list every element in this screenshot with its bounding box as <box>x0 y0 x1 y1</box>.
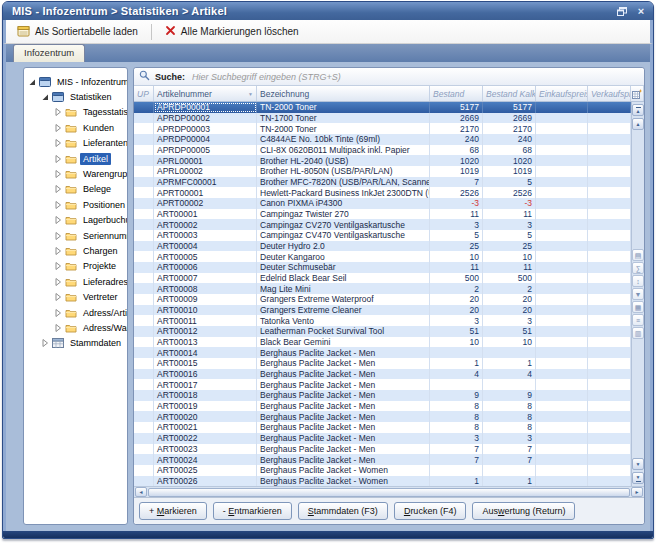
tree-item-lieferanten[interactable]: Lieferanten <box>24 136 127 151</box>
table-row[interactable]: APRDP00003TN-2000 Toner21702170 <box>134 123 631 134</box>
tree-item-statistiken[interactable]: Statistiken <box>24 89 127 104</box>
expanded-icon[interactable] <box>40 93 49 101</box>
column-header-artikelnummer[interactable]: Artikelnummer ▼ <box>154 86 257 101</box>
tree-item-adress-warengruppen[interactable]: Adress/Warengruppen <box>24 320 127 335</box>
table-row[interactable]: ART00009Grangers Extreme Waterproof2020 <box>134 294 631 305</box>
collapsed-icon[interactable] <box>53 309 62 317</box>
tree-item-lagerbuchungen[interactable]: Lagerbuchungen <box>24 213 127 228</box>
column-header-bezeichnung[interactable]: Bezeichnung <box>257 86 430 101</box>
filter-icon[interactable]: ▼ <box>632 288 644 300</box>
column-header-bestand[interactable]: Bestand <box>430 86 483 101</box>
collapsed-icon[interactable] <box>53 324 62 332</box>
table-row[interactable]: ART00016Berghaus Paclite Jacket - Men44 <box>134 369 631 380</box>
collapsed-icon[interactable] <box>53 262 62 270</box>
table-row[interactable]: APRDP00004C4844AE No. 10bk Tinte (69ml)2… <box>134 134 631 145</box>
table-row[interactable]: ART00020Berghaus Paclite Jacket - Men88 <box>134 411 631 422</box>
drucken-button[interactable]: Drucken (F4) <box>394 502 467 520</box>
collapsed-icon[interactable] <box>53 155 62 163</box>
tab-infozentrum[interactable]: Infozentrum <box>13 44 85 62</box>
column-header-bestand-kalk[interactable]: Bestand Kalk.. <box>483 86 536 101</box>
tree-item-tagesstatistik[interactable]: Tagesstatistik <box>24 105 127 120</box>
table-row[interactable]: ART00015Berghaus Paclite Jacket - Men11 <box>134 358 631 369</box>
tree-item-stammdaten[interactable]: Stammdaten <box>24 336 127 351</box>
tree-item-adress-artikel[interactable]: Adress/Artikel <box>24 305 127 320</box>
scroll-to-bottom-icon[interactable]: ▼ <box>632 472 644 484</box>
table-row[interactable]: ART00025Berghaus Paclite Jacket - Women <box>134 465 631 476</box>
tree-item-vertreter[interactable]: Vertreter <box>24 289 127 304</box>
table-row[interactable]: APRMFC00001Brother MFC-7820N (USB/PAR/LA… <box>134 177 631 188</box>
table-row[interactable]: ART00019Berghaus Paclite Jacket - Men88 <box>134 401 631 412</box>
column-header-verkaufspreis[interactable]: Verkaufsprei <box>588 86 631 101</box>
scroll-right-icon[interactable]: ► <box>631 487 643 497</box>
tree-item-seriennummern[interactable]: Seriennummern <box>24 228 127 243</box>
collapsed-icon[interactable] <box>53 201 62 209</box>
expanded-icon[interactable] <box>27 78 36 86</box>
horizontal-scrollbar[interactable]: ◄ ► <box>134 486 644 497</box>
tree-item-warengruppen[interactable]: Warengruppen <box>24 166 127 181</box>
collapsed-icon[interactable] <box>53 170 62 178</box>
collapsed-icon[interactable] <box>53 108 62 116</box>
grid-icon[interactable]: ▦ <box>632 301 644 313</box>
sum-icon[interactable]: ∑ <box>632 262 644 274</box>
table-row[interactable]: APRT00001Hewlett-Packard Business InkJet… <box>134 187 631 198</box>
table-row[interactable]: ART00014Berghaus Paclite Jacket - Men <box>134 347 631 358</box>
load-sort-table-button[interactable]: Als Sortiertabelle laden <box>10 22 145 42</box>
close-icon[interactable]: × <box>633 5 649 18</box>
scroll-to-top-icon[interactable]: ▲ <box>632 104 644 116</box>
collapsed-icon[interactable] <box>53 293 62 301</box>
table-row[interactable]: APRL00002Brother HL-8050N (USB/PAR/LAN)1… <box>134 166 631 177</box>
collapsed-icon[interactable] <box>53 216 62 224</box>
table-row[interactable]: APRT00002Canon PIXMA iP4300-3-3 <box>134 198 631 209</box>
restore-icon[interactable] <box>614 5 630 18</box>
table-row[interactable]: ART00021Berghaus Paclite Jacket - Men88 <box>134 422 631 433</box>
list-icon[interactable]: ▤ <box>632 249 644 261</box>
table-row[interactable]: APRDP00002TN-1700 Toner26692669 <box>134 113 631 124</box>
collapsed-icon[interactable] <box>53 124 62 132</box>
tree-item-chargen[interactable]: Chargen <box>24 243 127 258</box>
stammdaten-button[interactable]: Stammdaten (F3) <box>298 502 388 520</box>
table-row[interactable]: ART00008Mag Lite Mini22 <box>134 283 631 294</box>
collapsed-icon[interactable] <box>53 278 62 286</box>
table-row[interactable]: APRDP00005CLI-8X 0620B011 Multipack inkl… <box>134 145 631 156</box>
table-row[interactable]: ART00006Deuter Schmusebär1111 <box>134 262 631 273</box>
clear-marks-button[interactable]: Alle Markierungen löschen <box>158 22 306 41</box>
table-row[interactable]: ART00011Tatonka Vento33 <box>134 315 631 326</box>
collapsed-icon[interactable] <box>53 232 62 240</box>
tree-item-lieferadressen[interactable]: Lieferadressen <box>24 274 127 289</box>
tree-item-artikel[interactable]: Artikel <box>24 151 127 166</box>
collapsed-icon[interactable] <box>53 185 62 193</box>
table-row[interactable]: ART00005Deuter Kangaroo1010 <box>134 251 631 262</box>
sort-icon[interactable]: ↕ <box>632 275 644 287</box>
tree-item-positionen[interactable]: Positionen <box>24 197 127 212</box>
table-row[interactable]: ART00002Campingaz CV270 Ventilgaskartusc… <box>134 219 631 230</box>
table-row[interactable]: ART00001Campingaz Twister 2701111 <box>134 209 631 220</box>
auswertung-button[interactable]: Auswertung (Return) <box>472 502 575 520</box>
tree-item-projekte[interactable]: Projekte <box>24 259 127 274</box>
horizontal-scroll-thumb[interactable] <box>148 488 630 497</box>
table-row[interactable]: ART00010Grangers Extreme Cleaner2020 <box>134 305 631 316</box>
table-row[interactable]: ART00023Berghaus Paclite Jacket - Men77 <box>134 444 631 455</box>
column-header-up[interactable]: UP <box>134 86 154 101</box>
table-row[interactable]: ART00017Berghaus Paclite Jacket - Men <box>134 379 631 390</box>
table-row[interactable]: ART00012Leatherman Pocket Survival Tool5… <box>134 326 631 337</box>
table-row[interactable]: ART00007Edelrid Black Bear Seil500500 <box>134 273 631 284</box>
tree-item-kunden[interactable]: Kunden <box>24 120 127 135</box>
table-row[interactable]: ART00003Campingaz CV470 Ventilgaskartusc… <box>134 230 631 241</box>
table-row[interactable]: APRDP00001TN-2000 Toner51775177 <box>134 102 631 113</box>
search-input[interactable] <box>190 71 639 83</box>
scroll-up-icon[interactable]: ▲ <box>632 118 644 130</box>
table-row[interactable]: ART00018Berghaus Paclite Jacket - Men99 <box>134 390 631 401</box>
tree-item-mis-infozentrum[interactable]: MIS - Infozentrum <box>24 74 127 89</box>
table-row[interactable]: ART00024Berghaus Paclite Jacket - Men77 <box>134 454 631 465</box>
table-row[interactable]: ART00004Deuter Hydro 2.02525 <box>134 241 631 252</box>
collapsed-icon[interactable] <box>40 339 49 347</box>
table-row[interactable]: ART00026Berghaus Paclite Jacket - Women1… <box>134 476 631 487</box>
markieren-button[interactable]: + Markieren <box>139 502 207 520</box>
table-row[interactable]: APRL00001Brother HL-2040 (USB)10201020 <box>134 155 631 166</box>
table-row[interactable]: ART00013Black Bear Gemini1010 <box>134 337 631 348</box>
collapsed-icon[interactable] <box>53 247 62 255</box>
entmarkieren-button[interactable]: - Entmarkieren <box>213 502 292 520</box>
columns-icon[interactable]: ▥ <box>632 327 644 339</box>
scroll-down-icon[interactable]: ▼ <box>632 458 644 470</box>
column-chooser-icon[interactable] <box>631 86 644 101</box>
